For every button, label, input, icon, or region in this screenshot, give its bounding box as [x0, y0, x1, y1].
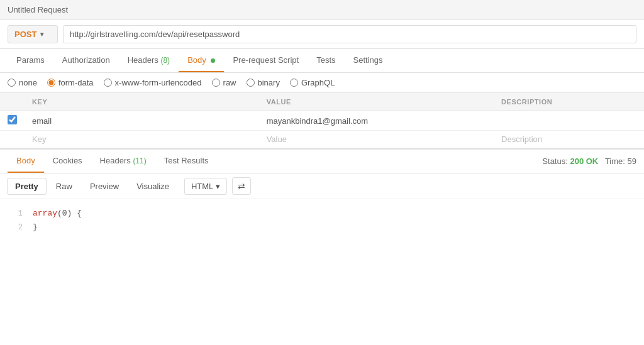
code-content-1: array(0) {: [33, 207, 82, 221]
checkbox-header: [0, 93, 25, 111]
line-num-1: 1: [10, 207, 23, 220]
tab-params[interactable]: Params: [8, 49, 53, 72]
format-dropdown[interactable]: HTML ▾: [184, 178, 227, 195]
key-input[interactable]: [32, 116, 252, 126]
resp-tab-cookies[interactable]: Cookies: [44, 150, 91, 173]
new-key-cell[interactable]: [25, 131, 259, 148]
value-input[interactable]: [267, 116, 486, 126]
table-new-row: [0, 131, 644, 148]
method-dropdown[interactable]: POST ▾: [8, 25, 58, 43]
new-value-cell[interactable]: [259, 131, 494, 148]
radio-graphql[interactable]: GraphQL: [290, 78, 335, 87]
pretty-button[interactable]: Pretty: [8, 178, 46, 194]
description-cell[interactable]: [494, 111, 644, 131]
response-status: Status: 200 OK Time: 59: [542, 150, 636, 172]
form-table: KEY VALUE DESCRIPTION: [0, 93, 644, 148]
resp-tab-testresults[interactable]: Test Results: [155, 150, 218, 173]
value-cell[interactable]: [259, 111, 494, 131]
request-tabs: Params Authorization Headers (8) Body Pr…: [0, 49, 644, 73]
radio-formdata[interactable]: form-data: [47, 78, 94, 87]
status-value: 200 OK: [570, 156, 598, 166]
key-cell[interactable]: [25, 111, 259, 131]
response-tabs: Body Cookies Headers (11) Test Results S…: [0, 150, 644, 173]
new-desc-input[interactable]: [501, 134, 636, 144]
line-num-2: 2: [10, 221, 23, 234]
tab-body[interactable]: Body: [179, 49, 224, 72]
response-section: Body Cookies Headers (11) Test Results S…: [0, 148, 644, 249]
new-row-checkbox-cell: [0, 131, 25, 148]
radio-urlencoded[interactable]: x-www-form-urlencoded: [104, 78, 202, 87]
resp-headers-badge: (11): [133, 156, 146, 165]
new-key-input[interactable]: [32, 134, 252, 144]
row-checkbox-cell[interactable]: [0, 111, 25, 131]
tab-prerequest[interactable]: Pre-request Script: [224, 49, 308, 72]
url-bar: POST ▾: [0, 20, 644, 49]
request-title: Untitled Request: [8, 5, 68, 14]
table-row: [0, 111, 644, 131]
resp-tab-headers[interactable]: Headers (11): [91, 150, 155, 173]
value-column-header: VALUE: [259, 93, 494, 111]
preview-button[interactable]: Preview: [82, 178, 126, 194]
code-line-2: 2 }: [10, 221, 634, 234]
code-line-1: 1 array(0) {: [10, 207, 634, 221]
description-input[interactable]: [501, 116, 636, 126]
format-chevron: ▾: [216, 182, 220, 191]
url-input[interactable]: [63, 25, 636, 43]
method-chevron: ▾: [40, 31, 43, 38]
tab-tests[interactable]: Tests: [308, 49, 344, 72]
wrap-icon: ⇄: [238, 181, 245, 191]
title-bar: Untitled Request: [0, 0, 644, 20]
key-column-header: KEY: [25, 93, 259, 111]
visualize-button[interactable]: Visualize: [129, 178, 177, 194]
new-value-input[interactable]: [267, 134, 486, 144]
tab-authorization[interactable]: Authorization: [53, 49, 119, 72]
body-dot: [211, 58, 215, 63]
radio-raw[interactable]: raw: [212, 78, 236, 87]
code-paren-1: (0) {: [57, 209, 82, 218]
headers-badge: (8): [160, 56, 170, 65]
code-keyword-1: array: [33, 209, 57, 218]
code-content-2: }: [33, 221, 38, 234]
resp-tab-body[interactable]: Body: [8, 150, 44, 173]
wrap-button[interactable]: ⇄: [232, 177, 251, 195]
tab-headers[interactable]: Headers (8): [119, 49, 179, 72]
tab-settings[interactable]: Settings: [345, 49, 392, 72]
format-label: HTML: [191, 182, 213, 191]
response-toolbar: Pretty Raw Preview Visualize HTML ▾ ⇄: [0, 173, 644, 199]
new-desc-cell[interactable]: [494, 131, 644, 148]
radio-binary[interactable]: binary: [247, 78, 280, 87]
raw-button[interactable]: Raw: [48, 178, 80, 194]
description-column-header: DESCRIPTION: [494, 93, 644, 111]
code-area: 1 array(0) { 2 }: [0, 199, 644, 249]
row-checkbox[interactable]: [8, 115, 17, 124]
radio-none[interactable]: none: [8, 78, 37, 87]
body-type-bar: none form-data x-www-form-urlencoded raw…: [0, 73, 644, 93]
method-label: POST: [14, 30, 36, 39]
time-value: 59: [628, 156, 636, 166]
table-header-row: KEY VALUE DESCRIPTION: [0, 93, 644, 111]
